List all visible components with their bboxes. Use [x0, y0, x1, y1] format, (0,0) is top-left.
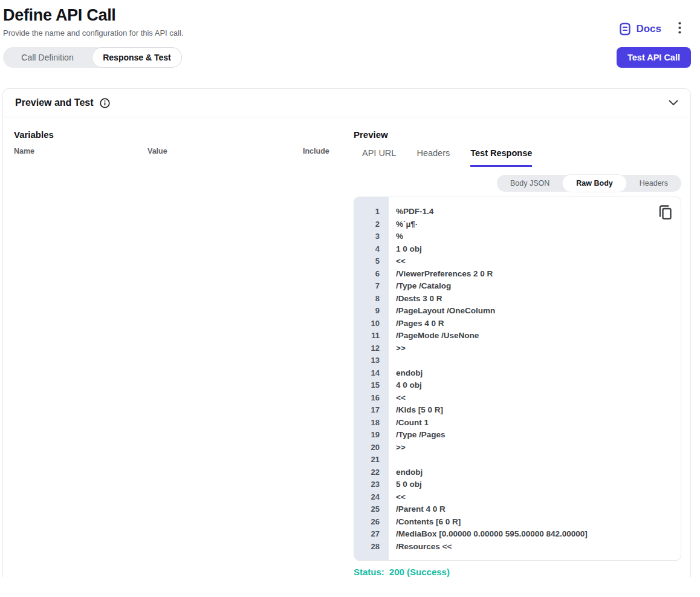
kebab-menu-icon[interactable] [675, 21, 685, 38]
line-number: 7 [354, 280, 389, 293]
card-header: Preview and Test [3, 89, 690, 117]
code-line: /Pages 4 0 R [389, 318, 681, 330]
preview-tab-test-response[interactable]: Test Response [470, 148, 532, 167]
code-line: /PageLayout /OneColumn [389, 305, 681, 318]
raw-body-code-viewer: 1234567891011121314151617181920212223242… [354, 197, 681, 561]
card-title: Preview and Test [15, 97, 94, 108]
page-heading-block: Define API Call Provide the name and con… [3, 6, 183, 38]
code-line: /Type /Pages [389, 429, 681, 442]
segment-headers[interactable]: Headers [626, 175, 681, 192]
code-line: % [389, 230, 681, 243]
code-line: endobj [389, 466, 681, 479]
body-segment-wrap: Body JSON Raw Body Headers [354, 175, 681, 192]
code-line: /Count 1 [389, 417, 681, 429]
line-number: 5 [354, 255, 389, 268]
variables-col-include: Include [303, 147, 340, 155]
line-number: 12 [354, 342, 389, 355]
preview-tab-bar: API URL Headers Test Response [354, 148, 681, 167]
line-number-gutter: 1234567891011121314151617181920212223242… [354, 197, 389, 560]
preview-tab-headers[interactable]: Headers [416, 148, 450, 167]
line-number: 8 [354, 293, 389, 305]
code-line: 1 0 obj [389, 243, 681, 256]
header-actions: Docs [619, 21, 685, 38]
line-number: 22 [354, 466, 389, 479]
line-number: 28 [354, 541, 389, 553]
code-line: /Resources << [389, 541, 681, 553]
code-line: endobj [389, 367, 681, 380]
line-number: 9 [354, 305, 389, 318]
variables-col-name: Name [14, 147, 147, 155]
variables-column-headers: Name Value Include [14, 147, 340, 155]
line-number: 11 [354, 330, 389, 342]
line-number: 26 [354, 516, 389, 529]
code-line: /Type /Catalog [389, 280, 681, 293]
code-line: %PDF-1.4 [389, 206, 681, 218]
card-title-wrap: Preview and Test [15, 97, 110, 108]
code-line: >> [389, 442, 681, 454]
segment-raw-body[interactable]: Raw Body [563, 175, 626, 192]
line-number: 24 [354, 491, 389, 504]
line-number: 4 [354, 243, 389, 256]
line-number: 17 [354, 404, 389, 417]
page-header: Define API Call Provide the name and con… [3, 6, 691, 38]
line-number: 2 [354, 218, 389, 231]
line-number: 27 [354, 528, 389, 541]
line-number: 3 [354, 230, 389, 243]
preview-tab-api-url[interactable]: API URL [362, 148, 396, 167]
preview-title: Preview [354, 129, 681, 140]
define-api-call-page: Define API Call Provide the name and con… [0, 0, 700, 577]
line-number: 16 [354, 392, 389, 405]
line-number: 10 [354, 318, 389, 330]
line-number: 15 [354, 379, 389, 392]
collapse-chevron-down-icon[interactable] [669, 100, 678, 106]
line-number: 19 [354, 429, 389, 442]
code-line [389, 354, 681, 367]
tab-call-definition[interactable]: Call Definition [3, 47, 92, 68]
code-line: << [389, 255, 681, 268]
docs-button[interactable]: Docs [619, 22, 661, 36]
line-number: 14 [354, 367, 389, 380]
code-line: /ViewerPreferences 2 0 R [389, 268, 681, 281]
card-body: Variables Name Value Include Preview API… [3, 117, 690, 577]
code-line [389, 454, 681, 466]
preview-and-test-card: Preview and Test Variables [2, 88, 691, 577]
code-line: << [389, 392, 681, 405]
code-line: /Contents [6 0 R] [389, 516, 681, 529]
line-number: 25 [354, 503, 389, 516]
code-line: /Kids [5 0 R] [389, 404, 681, 417]
line-number: 18 [354, 417, 389, 429]
code-line: /PageMode /UseNone [389, 330, 681, 342]
line-number: 23 [354, 478, 389, 491]
info-icon[interactable] [100, 98, 110, 108]
code-line: %´µ¶· [389, 218, 681, 231]
code-line: /Parent 4 0 R [389, 503, 681, 516]
code-line: /MediaBox [0.00000 0.00000 595.00000 842… [389, 528, 681, 541]
tab-row: Call Definition Response & Test Test API… [3, 47, 691, 68]
docs-icon [619, 22, 631, 36]
code-line: 5 0 obj [389, 478, 681, 491]
variables-section: Variables Name Value Include [14, 129, 340, 577]
line-number: 13 [354, 354, 389, 367]
tab-response-and-test[interactable]: Response & Test [92, 47, 182, 68]
code-line: /Dests 3 0 R [389, 293, 681, 305]
main-tab-group: Call Definition Response & Test [3, 47, 182, 68]
test-api-call-button[interactable]: Test API Call [617, 47, 691, 68]
variables-title: Variables [14, 129, 340, 140]
segment-body-json[interactable]: Body JSON [497, 175, 563, 192]
status-row: Status: 200 (Success) [354, 567, 681, 577]
copy-icon[interactable] [659, 204, 672, 222]
code-line: << [389, 491, 681, 504]
line-number: 20 [354, 442, 389, 454]
page-subtitle: Provide the name and configuration for t… [3, 28, 183, 38]
body-segment-control: Body JSON Raw Body Headers [497, 175, 681, 192]
line-number: 6 [354, 268, 389, 281]
code-line: >> [389, 342, 681, 355]
code-content: %PDF-1.4%´µ¶·%1 0 obj<</ViewerPreference… [389, 197, 681, 560]
preview-section: Preview API URL Headers Test Response Bo… [354, 129, 681, 577]
code-line: 4 0 obj [389, 379, 681, 392]
status-label: Status: [354, 567, 384, 577]
line-number: 21 [354, 454, 389, 466]
line-number: 1 [354, 206, 389, 218]
status-value: 200 (Success) [389, 567, 450, 577]
page-title: Define API Call [3, 6, 183, 25]
